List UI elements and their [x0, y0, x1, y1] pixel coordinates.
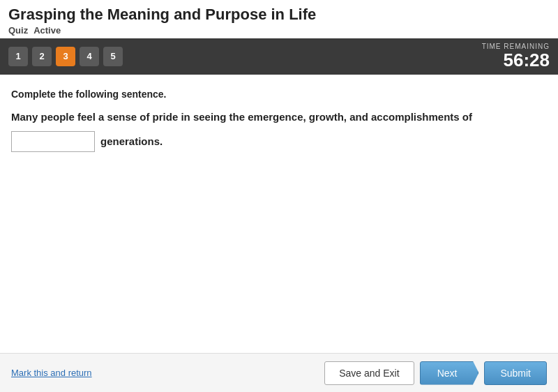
quiz-status-label: Active	[33, 25, 61, 36]
question-5-button[interactable]: 5	[103, 47, 123, 66]
answer-suffix: generations.	[100, 135, 163, 147]
page-header: Grasping the Meaning and Purpose in Life…	[0, 0, 558, 38]
question-1-button[interactable]: 1	[8, 47, 28, 66]
nav-bar: 1 2 3 4 5 TIME REMAINING 56:28	[0, 38, 558, 75]
footer: Mark this and return Save and Exit Next …	[0, 353, 558, 392]
question-4-button[interactable]: 4	[80, 47, 99, 66]
quiz-type-label: Quiz	[8, 25, 28, 36]
timer-section: TIME REMAINING 56:28	[482, 43, 550, 70]
question-number-list: 1 2 3 4 5	[8, 47, 123, 66]
answer-input[interactable]	[11, 131, 95, 152]
answer-row: generations.	[11, 131, 547, 152]
question-2-button[interactable]: 2	[32, 47, 52, 66]
next-button[interactable]: Next	[420, 361, 479, 385]
question-3-button[interactable]: 3	[56, 47, 75, 66]
header-meta: Quiz Active	[8, 25, 550, 36]
question-instruction: Complete the following sentence.	[11, 89, 547, 100]
save-exit-button[interactable]: Save and Exit	[324, 361, 414, 385]
footer-buttons: Save and Exit Next Submit	[324, 361, 547, 385]
timer-value: 56:28	[482, 50, 550, 70]
page-title: Grasping the Meaning and Purpose in Life	[8, 6, 550, 24]
question-text: Many people feel a sense of pride in see…	[11, 111, 547, 123]
question-content: Complete the following sentence. Many pe…	[0, 75, 558, 354]
mark-and-return-button[interactable]: Mark this and return	[11, 368, 92, 378]
submit-button[interactable]: Submit	[484, 361, 547, 385]
